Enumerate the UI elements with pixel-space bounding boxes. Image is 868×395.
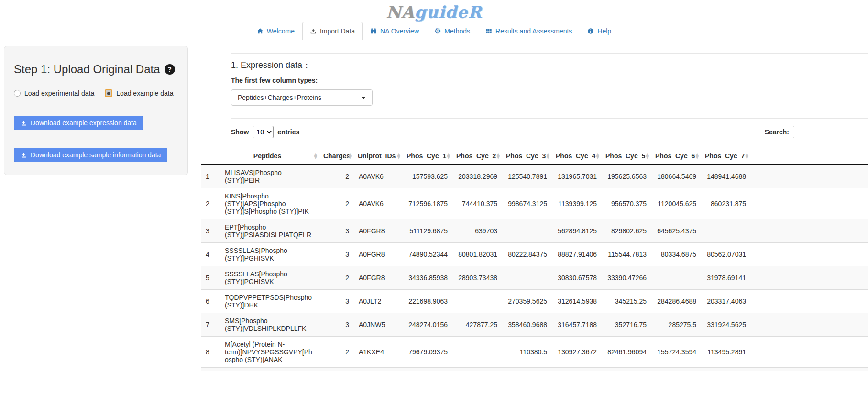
value-cell: 1120045.625 — [651, 188, 701, 219]
value-cell: 285275.5 — [651, 313, 701, 337]
upload-icon — [310, 28, 317, 34]
value-cell: 312614.5938 — [552, 290, 602, 313]
tab-label: Welcome — [267, 27, 295, 35]
charge-cell: 3 — [319, 219, 354, 243]
col-header-label: Phos_Cyc_1 — [407, 152, 446, 160]
filler-cell — [751, 188, 868, 219]
entries-label: entries — [277, 128, 299, 136]
column-types-dropdown[interactable]: Peptides+Charges+Proteins — [231, 89, 373, 106]
value-cell: 110380.5 — [502, 337, 552, 368]
uniprot-cell: A0AVK6 — [354, 188, 403, 219]
value-cell: 74890.52344 — [403, 243, 452, 266]
table-row: 3EPT[Phospho (STY)]PSIASDISLPIATQELR3A0F… — [201, 219, 868, 243]
col-header-charges[interactable]: Charges▲▼ — [319, 148, 354, 165]
table-row: 1MLISAVS[Phospho (STY)]PEIR2A0AVK6157593… — [201, 165, 868, 188]
app-logo: NAguideR — [386, 2, 482, 22]
col-header-phos_cyc_7[interactable]: Phos_Cyc_7▲▼ — [701, 148, 751, 165]
tab-help[interactable]: Help — [580, 22, 619, 40]
value-cell: 79679.09375 — [403, 337, 452, 368]
col-header-phos_cyc_4[interactable]: Phos_Cyc_4▲▼ — [552, 148, 602, 165]
charge-cell: 3 — [319, 290, 354, 313]
divider — [231, 53, 868, 54]
tab-results-assessments[interactable]: Results and Assessments — [478, 22, 580, 40]
radio-unchecked-icon[interactable] — [14, 90, 21, 97]
download-icon — [21, 152, 27, 158]
tab-import-data[interactable]: Import Data — [302, 22, 363, 40]
value-cell: 203318.2969 — [452, 165, 502, 188]
peptide-cell: EPT[Phospho (STY)]PSIASDISLPIATQELR — [220, 219, 319, 243]
value-cell: 80222.84375 — [502, 243, 552, 266]
table-row: 8M[Acetyl (Protein N-term)]NPVYSPGSSGVPY… — [201, 337, 868, 368]
value-cell: 860231.875 — [701, 188, 751, 219]
value-cell: 115544.7813 — [602, 243, 651, 266]
col-header-phos_cyc_6[interactable]: Phos_Cyc_6▲▼ — [651, 148, 701, 165]
uniprot-cell: A0FGR8 — [354, 243, 403, 266]
value-cell: 1139399.125 — [552, 188, 602, 219]
peptide-cell: MLISAVS[Phospho (STY)]PEIR — [220, 165, 319, 188]
column-types-label: The first few column types: — [231, 77, 868, 84]
value-cell: 33390.47266 — [602, 266, 651, 290]
tab-label: Help — [597, 27, 611, 35]
value-cell: 248274.0156 — [403, 313, 452, 337]
row-index-cell: 2 — [201, 188, 220, 219]
page-length-select[interactable]: 10 — [253, 126, 274, 138]
question-circle-icon[interactable]: ? — [165, 64, 175, 75]
table-header-row: Peptides▲▼Charges▲▼Uniprot_IDs▲▼Phos_Cyc… — [201, 148, 868, 165]
value-cell: 30830.67578 — [552, 266, 602, 290]
radio-checked-icon[interactable] — [105, 89, 112, 97]
value-cell: 270359.5625 — [502, 290, 552, 313]
value-cell — [502, 266, 552, 290]
sort-icons: ▲▼ — [646, 153, 649, 159]
tab-na-overview[interactable]: NA Overview — [363, 22, 427, 40]
value-cell: 639703 — [452, 219, 502, 243]
search-input[interactable] — [793, 126, 868, 138]
col-header-phos_cyc_2[interactable]: Phos_Cyc_2▲▼ — [452, 148, 502, 165]
col-header-label: Phos_Cyc_7 — [705, 152, 745, 160]
value-cell — [651, 266, 701, 290]
table-row: 5SSSSLLAS[Phospho (STY)]PGHISVK2A0FGR834… — [201, 266, 868, 290]
download-sample-info-button[interactable]: Download example sample information data — [14, 148, 167, 162]
filler-cell — [751, 313, 868, 337]
col-header-uniprot_ids[interactable]: Uniprot_IDs▲▼ — [354, 148, 403, 165]
tab-label: Methods — [444, 27, 470, 35]
charge-cell: 2 — [319, 188, 354, 219]
download-icon — [21, 120, 27, 126]
col-header-label: Phos_Cyc_3 — [506, 152, 546, 160]
col-header-peptides[interactable]: Peptides▲▼ — [220, 148, 319, 165]
tab-methods[interactable]: ⚙ Methods — [427, 22, 478, 40]
panel-title: Step 1: Upload Original Data ? — [14, 63, 178, 76]
divider — [14, 107, 178, 107]
sort-icons: ▲▼ — [746, 153, 748, 159]
gears-icon: ⚙ — [434, 28, 441, 34]
value-cell: 125540.7891 — [502, 165, 552, 188]
uniprot-cell: A0FGR8 — [354, 219, 403, 243]
col-header-label: Phos_Cyc_4 — [556, 152, 595, 160]
value-cell: 998674.3125 — [502, 188, 552, 219]
radio-load-example[interactable]: Load example data — [105, 89, 173, 97]
sort-icons: ▲▼ — [397, 153, 400, 159]
value-cell — [502, 219, 552, 243]
charge-cell: 2 — [319, 165, 354, 188]
value-cell: 80562.07031 — [701, 243, 751, 266]
peptide-cell: SSSSLLAS[Phospho (STY)]PGHISVK — [220, 266, 319, 290]
search-control: Search: — [765, 126, 868, 138]
radio-label: Load example data — [116, 89, 173, 97]
upload-panel: Step 1: Upload Original Data ? Load expe… — [4, 46, 188, 175]
binoculars-icon — [370, 28, 377, 34]
sort-icons: ▲▼ — [547, 153, 549, 159]
value-cell: 829802.625 — [602, 219, 651, 243]
value-cell: 157593.625 — [403, 165, 452, 188]
col-header-phos_cyc_3[interactable]: Phos_Cyc_3▲▼ — [502, 148, 552, 165]
radio-load-experimental[interactable]: Load experimental data — [14, 89, 94, 97]
peptide-cell: TQDPVPPETPSDS[Phospho (STY)]DHK — [220, 290, 319, 313]
table-body: 1MLISAVS[Phospho (STY)]PEIR2A0AVK6157593… — [201, 165, 868, 367]
filler-cell — [751, 266, 868, 290]
filler-cell — [751, 165, 868, 188]
col-header-phos_cyc_5[interactable]: Phos_Cyc_5▲▼ — [602, 148, 651, 165]
value-cell: 562894.8125 — [552, 219, 602, 243]
download-expression-button[interactable]: Download example expression data — [14, 116, 143, 130]
col-header-phos_cyc_1[interactable]: Phos_Cyc_1▲▼ — [403, 148, 452, 165]
tab-welcome[interactable]: Welcome — [249, 22, 302, 40]
filler-cell — [751, 219, 868, 243]
value-cell: 88827.91406 — [552, 243, 602, 266]
